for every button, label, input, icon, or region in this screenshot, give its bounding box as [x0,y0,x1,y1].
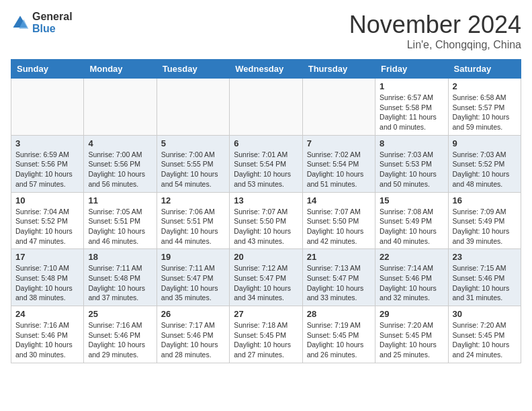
calendar-cell: 11Sunrise: 7:05 AM Sunset: 5:51 PM Dayli… [84,192,157,249]
calendar-cell [84,79,157,136]
day-number: 13 [234,195,298,205]
calendar-cell: 6Sunrise: 7:01 AM Sunset: 5:54 PM Daylig… [230,135,302,192]
weekday-row: SundayMondayTuesdayWednesdayThursdayFrid… [11,60,521,79]
day-number: 30 [453,309,517,319]
day-number: 8 [380,138,443,148]
day-info: Sunrise: 7:20 AM Sunset: 5:45 PM Dayligh… [380,320,443,360]
calendar-cell: 23Sunrise: 7:15 AM Sunset: 5:46 PM Dayli… [448,249,521,306]
day-info: Sunrise: 7:00 AM Sunset: 5:56 PM Dayligh… [88,150,152,189]
day-number: 9 [453,138,517,148]
day-number: 16 [453,195,517,205]
day-info: Sunrise: 7:17 AM Sunset: 5:46 PM Dayligh… [161,320,225,360]
day-info: Sunrise: 6:59 AM Sunset: 5:56 PM Dayligh… [15,150,79,189]
weekday-header-wednesday: Wednesday [230,60,302,79]
day-info: Sunrise: 7:01 AM Sunset: 5:54 PM Dayligh… [234,150,298,189]
week-row-1: 1Sunrise: 6:57 AM Sunset: 5:58 PM Daylig… [11,79,521,136]
day-number: 3 [15,138,79,148]
day-number: 17 [15,252,79,262]
calendar-cell: 27Sunrise: 7:18 AM Sunset: 5:45 PM Dayli… [230,306,302,363]
calendar-cell: 13Sunrise: 7:07 AM Sunset: 5:50 PM Dayli… [230,192,302,249]
calendar-cell: 7Sunrise: 7:02 AM Sunset: 5:54 PM Daylig… [302,135,375,192]
calendar-cell [302,79,375,136]
calendar-cell [157,79,229,136]
logo-text: General Blue [32,11,73,34]
day-number: 19 [161,252,225,262]
calendar-cell: 9Sunrise: 7:03 AM Sunset: 5:52 PM Daylig… [448,135,521,192]
day-info: Sunrise: 7:12 AM Sunset: 5:47 PM Dayligh… [234,263,298,303]
calendar-cell: 3Sunrise: 6:59 AM Sunset: 5:56 PM Daylig… [11,135,84,192]
day-info: Sunrise: 7:11 AM Sunset: 5:48 PM Dayligh… [88,263,152,303]
title-block: November 2024 Lin'e, Chongqing, China [349,11,521,51]
calendar-cell: 19Sunrise: 7:11 AM Sunset: 5:47 PM Dayli… [157,249,229,306]
day-number: 29 [380,309,443,319]
day-number: 21 [307,252,371,262]
calendar-cell: 21Sunrise: 7:13 AM Sunset: 5:47 PM Dayli… [302,249,375,306]
calendar-cell: 29Sunrise: 7:20 AM Sunset: 5:45 PM Dayli… [375,306,448,363]
day-number: 28 [307,309,371,319]
day-info: Sunrise: 7:10 AM Sunset: 5:48 PM Dayligh… [15,263,79,303]
calendar-cell: 28Sunrise: 7:19 AM Sunset: 5:45 PM Dayli… [302,306,375,363]
day-info: Sunrise: 7:07 AM Sunset: 5:50 PM Dayligh… [234,207,298,246]
day-number: 2 [453,81,517,91]
day-info: Sunrise: 7:14 AM Sunset: 5:46 PM Dayligh… [380,263,443,303]
day-info: Sunrise: 7:16 AM Sunset: 5:46 PM Dayligh… [88,320,152,360]
day-info: Sunrise: 7:02 AM Sunset: 5:54 PM Dayligh… [307,150,371,189]
day-info: Sunrise: 7:20 AM Sunset: 5:45 PM Dayligh… [453,320,517,360]
day-number: 24 [15,309,79,319]
calendar-cell: 10Sunrise: 7:04 AM Sunset: 5:52 PM Dayli… [11,192,84,249]
calendar-cell: 22Sunrise: 7:14 AM Sunset: 5:46 PM Dayli… [375,249,448,306]
day-number: 4 [88,138,152,148]
calendar-header: SundayMondayTuesdayWednesdayThursdayFrid… [11,60,521,79]
day-info: Sunrise: 7:07 AM Sunset: 5:50 PM Dayligh… [307,207,371,246]
calendar-cell: 20Sunrise: 7:12 AM Sunset: 5:47 PM Dayli… [230,249,302,306]
calendar-cell [11,79,84,136]
day-info: Sunrise: 6:58 AM Sunset: 5:57 PM Dayligh… [453,93,517,132]
logo-icon [11,13,30,32]
day-info: Sunrise: 7:19 AM Sunset: 5:45 PM Dayligh… [307,320,371,360]
day-number: 5 [161,138,225,148]
week-row-3: 10Sunrise: 7:04 AM Sunset: 5:52 PM Dayli… [11,192,521,249]
day-number: 1 [380,81,443,91]
day-number: 12 [161,195,225,205]
day-info: Sunrise: 7:04 AM Sunset: 5:52 PM Dayligh… [15,207,79,246]
week-row-5: 24Sunrise: 7:16 AM Sunset: 5:46 PM Dayli… [11,306,521,363]
calendar-cell: 14Sunrise: 7:07 AM Sunset: 5:50 PM Dayli… [302,192,375,249]
calendar-cell [230,79,302,136]
day-number: 15 [380,195,443,205]
day-info: Sunrise: 7:08 AM Sunset: 5:49 PM Dayligh… [380,207,443,246]
logo: General Blue [11,11,73,34]
calendar-cell: 25Sunrise: 7:16 AM Sunset: 5:46 PM Dayli… [84,306,157,363]
day-number: 18 [88,252,152,262]
calendar-cell: 15Sunrise: 7:08 AM Sunset: 5:49 PM Dayli… [375,192,448,249]
day-info: Sunrise: 7:15 AM Sunset: 5:46 PM Dayligh… [453,263,517,303]
day-info: Sunrise: 7:11 AM Sunset: 5:47 PM Dayligh… [161,263,225,303]
week-row-4: 17Sunrise: 7:10 AM Sunset: 5:48 PM Dayli… [11,249,521,306]
calendar-cell: 4Sunrise: 7:00 AM Sunset: 5:56 PM Daylig… [84,135,157,192]
day-number: 22 [380,252,443,262]
calendar-cell: 17Sunrise: 7:10 AM Sunset: 5:48 PM Dayli… [11,249,84,306]
weekday-header-tuesday: Tuesday [157,60,229,79]
day-number: 14 [307,195,371,205]
calendar-cell: 12Sunrise: 7:06 AM Sunset: 5:51 PM Dayli… [157,192,229,249]
weekday-header-thursday: Thursday [302,60,375,79]
weekday-header-sunday: Sunday [11,60,84,79]
day-info: Sunrise: 7:16 AM Sunset: 5:46 PM Dayligh… [15,320,79,360]
calendar-cell: 16Sunrise: 7:09 AM Sunset: 5:49 PM Dayli… [448,192,521,249]
day-number: 10 [15,195,79,205]
day-number: 7 [307,138,371,148]
week-row-2: 3Sunrise: 6:59 AM Sunset: 5:56 PM Daylig… [11,135,521,192]
logo-general: General [32,11,73,23]
calendar-cell: 8Sunrise: 7:03 AM Sunset: 5:53 PM Daylig… [375,135,448,192]
calendar-cell: 18Sunrise: 7:11 AM Sunset: 5:48 PM Dayli… [84,249,157,306]
day-number: 27 [234,309,298,319]
weekday-header-saturday: Saturday [448,60,521,79]
day-number: 25 [88,309,152,319]
day-info: Sunrise: 7:03 AM Sunset: 5:52 PM Dayligh… [453,150,517,189]
day-info: Sunrise: 7:13 AM Sunset: 5:47 PM Dayligh… [307,263,371,303]
calendar-cell: 2Sunrise: 6:58 AM Sunset: 5:57 PM Daylig… [448,79,521,136]
month-title: November 2024 [349,11,521,39]
day-info: Sunrise: 7:09 AM Sunset: 5:49 PM Dayligh… [453,207,517,246]
day-info: Sunrise: 7:03 AM Sunset: 5:53 PM Dayligh… [380,150,443,189]
day-number: 6 [234,138,298,148]
day-info: Sunrise: 6:57 AM Sunset: 5:58 PM Dayligh… [380,93,443,132]
